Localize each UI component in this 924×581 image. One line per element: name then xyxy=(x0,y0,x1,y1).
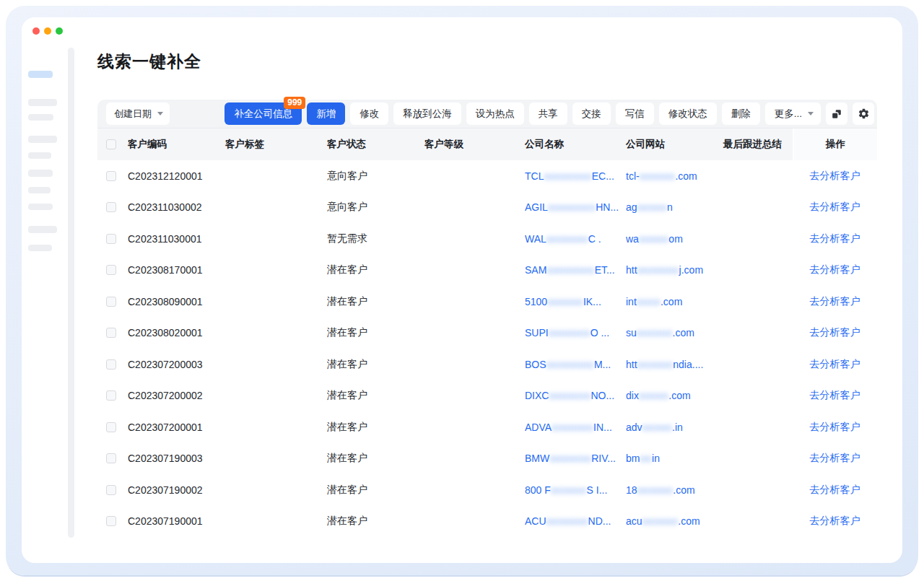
company-name-redacted: ooooooo xyxy=(549,327,590,338)
cell-customer-status: 意向客户 xyxy=(327,192,424,224)
cell-customer-level xyxy=(424,160,525,192)
row-checkbox[interactable] xyxy=(106,485,116,495)
row-checkbox[interactable] xyxy=(106,359,116,370)
change-status-button[interactable]: 修改状态 xyxy=(659,102,717,125)
sidebar-item[interactable] xyxy=(28,245,52,251)
row-checkbox[interactable] xyxy=(106,202,116,212)
company-website-link[interactable]: httoooooooj.com xyxy=(626,255,723,287)
analyze-customer-link[interactable]: 去分析客户 xyxy=(810,421,860,434)
release-to-pool-button[interactable]: 释放到公海 xyxy=(393,102,461,125)
sidebar-item[interactable] xyxy=(28,114,53,121)
select-all-checkbox[interactable] xyxy=(106,139,116,149)
share-button[interactable]: 共享 xyxy=(529,102,567,125)
company-website-redacted: ooooo xyxy=(639,390,668,401)
cell-last-followup xyxy=(723,286,793,318)
handover-button[interactable]: 交接 xyxy=(572,102,611,125)
sidebar-item[interactable] xyxy=(28,99,57,106)
zoom-window-icon[interactable] xyxy=(56,27,63,35)
table-row: C202311030002 意向客户 AGILooooooooHN... ago… xyxy=(97,192,877,224)
analyze-customer-link[interactable]: 去分析客户 xyxy=(810,232,860,245)
row-checkbox[interactable] xyxy=(106,234,116,244)
chevron-down-icon xyxy=(808,112,814,115)
company-name-link[interactable]: AGILooooooooHN... xyxy=(525,192,626,224)
company-website-visible: .com xyxy=(673,484,694,496)
company-name-link[interactable]: SAMooooooooET... xyxy=(525,255,626,287)
row-checkbox[interactable] xyxy=(106,453,116,463)
cell-customer-tag xyxy=(225,443,327,475)
company-website-link[interactable]: dixooooo.com xyxy=(626,380,723,412)
company-website-visible: ag xyxy=(626,201,637,213)
complete-company-info-button[interactable]: 补全公司信息 999 xyxy=(225,102,302,125)
company-name-visible: NO... xyxy=(590,390,614,401)
company-name-link[interactable]: BOSooooooooM... xyxy=(525,349,626,380)
company-name-visible: BMW xyxy=(525,453,549,464)
cell-customer-level xyxy=(424,411,525,443)
table-row: C202308170001 潜在客户 SAMooooooooET... htto… xyxy=(97,255,877,287)
analyze-customer-link[interactable]: 去分析客户 xyxy=(810,452,860,465)
delete-button[interactable]: 删除 xyxy=(722,102,760,125)
company-website-link[interactable]: 18oooooo.com xyxy=(626,474,723,506)
company-website-redacted: ooooo xyxy=(642,421,672,433)
company-name-redacted: oooooooo xyxy=(548,201,596,213)
analyze-customer-link[interactable]: 去分析客户 xyxy=(810,326,860,339)
more-button[interactable]: 更多... xyxy=(765,102,821,125)
sidebar-item[interactable] xyxy=(28,187,51,193)
analyze-customer-link[interactable]: 去分析客户 xyxy=(810,170,860,183)
switch-view-button[interactable] xyxy=(826,102,847,125)
cell-customer-tag xyxy=(225,380,327,412)
analyze-customer-link[interactable]: 去分析客户 xyxy=(810,358,860,371)
analyze-customer-link[interactable]: 去分析客户 xyxy=(810,389,860,402)
sidebar-item[interactable] xyxy=(28,136,57,143)
company-name-redacted: oooooooo xyxy=(544,170,591,182)
sidebar-item-active[interactable] xyxy=(28,71,53,78)
analyze-customer-link[interactable]: 去分析客户 xyxy=(810,484,860,497)
company-name-link[interactable]: ADVAoooooooIN... xyxy=(525,411,626,443)
analyze-customer-link[interactable]: 去分析客户 xyxy=(810,295,860,308)
company-website-link[interactable]: intoooo.com xyxy=(626,286,723,318)
sidebar-item[interactable] xyxy=(28,152,51,159)
minimize-window-icon[interactable] xyxy=(44,27,51,35)
add-button[interactable]: 新增 xyxy=(307,102,345,125)
cell-customer-status: 暂无需求 xyxy=(327,223,424,255)
company-website-link[interactable]: bmoo in xyxy=(626,443,723,475)
company-website-link[interactable]: advooooo.in xyxy=(626,411,723,443)
settings-button[interactable] xyxy=(853,102,874,125)
company-website-link[interactable]: agooooon xyxy=(626,192,723,224)
analyze-customer-link[interactable]: 去分析客户 xyxy=(810,263,860,276)
sidebar-item[interactable] xyxy=(28,226,57,233)
row-checkbox[interactable] xyxy=(106,328,116,338)
company-name-link[interactable]: 800 FooooooS I... xyxy=(525,474,626,506)
row-checkbox[interactable] xyxy=(106,516,116,526)
analyze-customer-link[interactable]: 去分析客户 xyxy=(810,515,860,528)
date-filter-select[interactable]: 创建日期 xyxy=(106,102,170,125)
company-name-link[interactable]: 5100 oooooo IK... xyxy=(525,286,626,318)
sidebar-item[interactable] xyxy=(28,204,53,210)
sidebar-item[interactable] xyxy=(28,170,53,177)
row-checkbox[interactable] xyxy=(106,422,116,432)
table-row: C202311030001 暂无需求 WALoooooooC . waooooo… xyxy=(97,223,877,255)
company-website-redacted: oooo xyxy=(637,296,661,307)
table-row: C202307200003 潜在客户 BOSooooooooM... httoo… xyxy=(97,349,877,380)
edit-button[interactable]: 修改 xyxy=(350,102,388,125)
company-website-link[interactable]: tcl-oooooo.com xyxy=(626,160,723,192)
company-name-link[interactable]: DIXCoooooooNO... xyxy=(525,380,626,412)
company-website-link[interactable]: suoooooo.com xyxy=(626,318,723,349)
company-name-link[interactable]: WALoooooooC . xyxy=(525,223,626,255)
cell-customer-status: 潜在客户 xyxy=(327,380,424,412)
set-hotspot-button[interactable]: 设为热点 xyxy=(466,102,524,125)
row-checkbox[interactable] xyxy=(106,171,116,181)
row-checkbox[interactable] xyxy=(106,390,116,401)
row-checkbox[interactable] xyxy=(106,297,116,307)
company-website-link[interactable]: waoooooom xyxy=(626,223,723,255)
close-window-icon[interactable] xyxy=(32,27,40,35)
analyze-customer-link[interactable]: 去分析客户 xyxy=(810,201,860,214)
company-website-link[interactable]: httoooooondia.... xyxy=(626,349,723,380)
company-name-link[interactable]: TCL ooooooooEC... xyxy=(525,160,626,192)
row-checkbox[interactable] xyxy=(106,265,116,275)
company-website-link[interactable]: acuoooooo.com xyxy=(626,506,723,538)
company-name-link[interactable]: SUPIoooooooO ... xyxy=(525,318,626,349)
company-name-link[interactable]: ACUoooooooND... xyxy=(525,506,626,538)
table-row: C202308090001 潜在客户 5100 oooooo IK... int… xyxy=(97,286,877,318)
write-email-button[interactable]: 写信 xyxy=(616,102,654,125)
company-name-link[interactable]: BMW oooooooRIV... xyxy=(525,443,626,475)
